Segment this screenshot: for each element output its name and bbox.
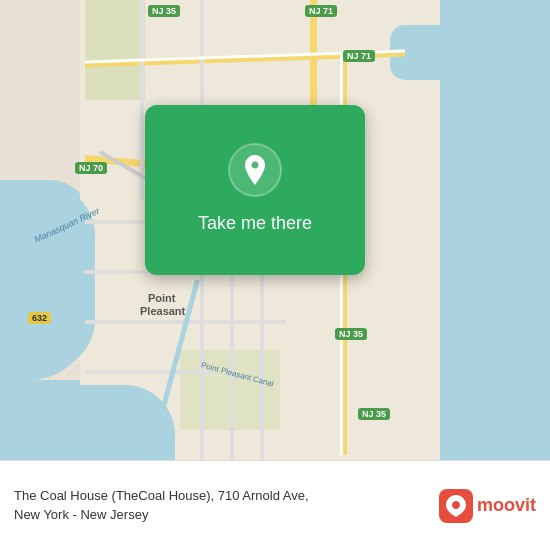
take-me-there-button[interactable]: Take me there: [188, 209, 322, 238]
road-minor-v1: [140, 0, 144, 200]
green-patch-1: [85, 0, 145, 100]
road-minor-h4: [85, 370, 215, 374]
moovit-logo: moovit: [439, 489, 536, 523]
location-name-line1: The Coal House (TheCoal House), 710 Arno…: [14, 487, 439, 505]
bottom-bar: The Coal House (TheCoal House), 710 Arno…: [0, 460, 550, 550]
hwy-badge-nj35-1: NJ 35: [148, 5, 180, 17]
hwy-badge-nj70: NJ 70: [75, 162, 107, 174]
hwy-badge-nj35-4: NJ 35: [358, 408, 390, 420]
map-container: NJ 35 NJ 71 NJ 71 NJ 70 NJ 35 NJ 35 NJ 3…: [0, 0, 550, 550]
hwy-badge-nj71-1: NJ 71: [305, 5, 337, 17]
location-name-line2: New York - New Jersey: [14, 506, 439, 524]
location-info: The Coal House (TheCoal House), 710 Arno…: [14, 487, 439, 523]
hwy-badge-632: 632: [28, 312, 51, 324]
hwy-badge-nj35-3: NJ 35: [335, 328, 367, 340]
svg-point-2: [453, 502, 459, 508]
bay-west: [0, 185, 95, 370]
location-pin-icon: [228, 143, 282, 197]
hwy-badge-nj71-2: NJ 71: [343, 50, 375, 62]
green-card: Take me there: [145, 105, 365, 275]
road-nj71-v: [310, 0, 317, 120]
moovit-icon: [439, 489, 473, 523]
moovit-brand-text: moovit: [477, 495, 536, 516]
